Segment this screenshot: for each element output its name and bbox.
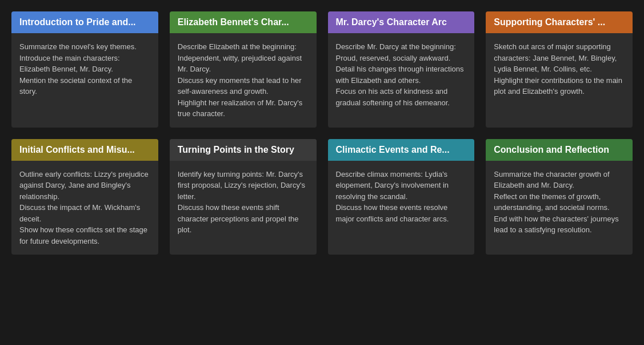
card-header-turning: Turning Points in the Story xyxy=(170,139,317,161)
card-header-conclusion: Conclusion and Reflection xyxy=(486,139,633,161)
card-body-elizabeth: Describe Elizabeth at the beginning: Ind… xyxy=(170,33,317,128)
card-turning[interactable]: Turning Points in the StoryIdentify key … xyxy=(170,139,317,255)
card-grid: Introduction to Pride and...Summarize th… xyxy=(11,11,633,255)
card-elizabeth[interactable]: Elizabeth Bennet's Char...Describe Eliza… xyxy=(170,11,317,128)
card-supporting[interactable]: Supporting Characters' ...Sketch out arc… xyxy=(486,11,633,128)
card-header-elizabeth: Elizabeth Bennet's Char... xyxy=(170,11,317,33)
card-header-climax: Climactic Events and Re... xyxy=(328,139,475,161)
card-body-darcy: Describe Mr. Darcy at the beginning: Pro… xyxy=(328,33,475,116)
card-body-climax: Describe climax moments: Lydia's elopeme… xyxy=(328,161,475,233)
card-header-supporting: Supporting Characters' ... xyxy=(486,11,633,33)
card-body-conflicts: Outline early conflicts: Lizzy's prejudi… xyxy=(11,161,158,255)
card-body-turning: Identify key turning points: Mr. Darcy's… xyxy=(170,161,317,244)
card-darcy[interactable]: Mr. Darcy's Character ArcDescribe Mr. Da… xyxy=(328,11,475,128)
card-body-conclusion: Summarize the character growth of Elizab… xyxy=(486,161,633,244)
card-intro[interactable]: Introduction to Pride and...Summarize th… xyxy=(11,11,158,128)
card-header-conflicts: Initial Conflicts and Misu... xyxy=(11,139,158,161)
card-header-intro: Introduction to Pride and... xyxy=(11,11,158,33)
card-body-supporting: Sketch out arcs of major supporting char… xyxy=(486,33,633,105)
card-header-darcy: Mr. Darcy's Character Arc xyxy=(328,11,475,33)
card-conclusion[interactable]: Conclusion and ReflectionSummarize the c… xyxy=(486,139,633,255)
card-climax[interactable]: Climactic Events and Re...Describe clima… xyxy=(328,139,475,255)
card-body-intro: Summarize the novel's key themes.Introdu… xyxy=(11,33,158,105)
card-conflicts[interactable]: Initial Conflicts and Misu...Outline ear… xyxy=(11,139,158,255)
